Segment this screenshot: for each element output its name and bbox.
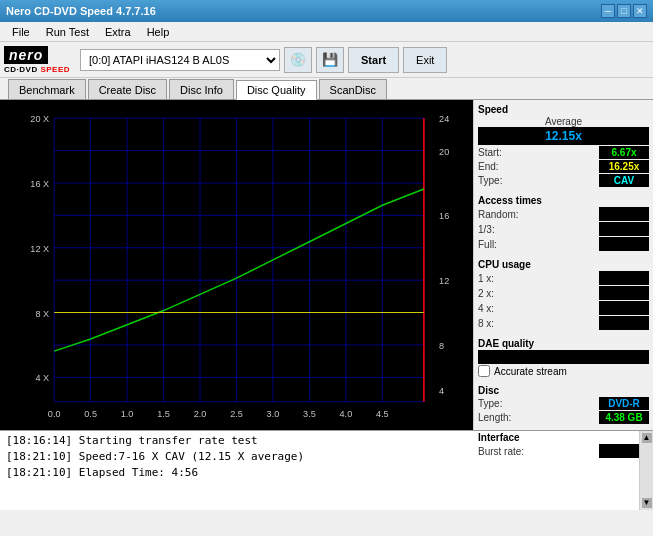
svg-text:3.0: 3.0 — [267, 409, 280, 419]
chart-svg: 20 X 16 X 12 X 8 X 4 X 24 20 16 12 8 4 0… — [8, 108, 465, 422]
scroll-down-button[interactable]: ▼ — [642, 498, 652, 508]
menu-extra[interactable]: Extra — [97, 24, 139, 40]
svg-text:8: 8 — [439, 341, 444, 351]
cpu-8x-value — [599, 316, 649, 330]
svg-text:4.5: 4.5 — [376, 409, 389, 419]
start-label: Start: — [478, 147, 502, 158]
disc-type-row: Type: DVD-R — [478, 397, 649, 410]
menu-run-test[interactable]: Run Test — [38, 24, 97, 40]
average-label: Average — [478, 116, 649, 127]
cpu-1x-label: 1 x: — [478, 273, 494, 284]
log-entry-2: [18:21:10] Speed:7-16 X CAV (12.15 X ave… — [6, 449, 633, 465]
disc-length-row: Length: 4.38 GB — [478, 411, 649, 424]
maximize-button[interactable]: □ — [617, 4, 631, 18]
log-scrollbar[interactable]: ▲ ▼ — [639, 431, 653, 510]
svg-text:0.5: 0.5 — [84, 409, 97, 419]
window-controls: ─ □ ✕ — [601, 4, 647, 18]
cdspeed-logo: CD·DVD SPEED — [4, 65, 70, 74]
disc-length-label: Length: — [478, 412, 511, 423]
cpu-2x-row: 2 x: — [478, 286, 649, 300]
svg-text:1.5: 1.5 — [157, 409, 170, 419]
svg-text:8 X: 8 X — [35, 309, 49, 319]
svg-text:1.0: 1.0 — [121, 409, 134, 419]
accurate-stream-checkbox[interactable] — [478, 365, 490, 377]
type-value: CAV — [599, 174, 649, 187]
tab-scandisc[interactable]: ScanDisc — [319, 79, 387, 99]
cpu-1x-row: 1 x: — [478, 271, 649, 285]
tab-create-disc[interactable]: Create Disc — [88, 79, 167, 99]
svg-text:2.0: 2.0 — [194, 409, 207, 419]
type-row: Type: CAV — [478, 174, 649, 187]
menu-file[interactable]: File — [4, 24, 38, 40]
window-title: Nero CD-DVD Speed 4.7.7.16 — [6, 5, 156, 17]
main-content: 20 X 16 X 12 X 8 X 4 X 24 20 16 12 8 4 0… — [0, 100, 653, 430]
svg-text:12 X: 12 X — [30, 244, 49, 254]
tab-disc-quality[interactable]: Disc Quality — [236, 80, 317, 100]
minimize-button[interactable]: ─ — [601, 4, 615, 18]
tab-disc-info[interactable]: Disc Info — [169, 79, 234, 99]
cpu-section: CPU usage 1 x: 2 x: 4 x: 8 x: — [478, 259, 649, 330]
start-button[interactable]: Start — [348, 47, 399, 73]
tab-bar: Benchmark Create Disc Disc Info Disc Qua… — [0, 78, 653, 100]
log-entry-1: [18:16:14] Starting transfer rate test — [6, 433, 633, 449]
access-title: Access times — [478, 195, 649, 206]
scroll-up-button[interactable]: ▲ — [642, 433, 652, 443]
svg-text:4: 4 — [439, 386, 444, 396]
full-row: Full: — [478, 237, 649, 251]
full-label: Full: — [478, 239, 497, 250]
random-value — [599, 207, 649, 221]
end-row: End: 16.25x — [478, 160, 649, 173]
random-row: Random: — [478, 207, 649, 221]
right-panel: Speed Average 12.15x Start: 6.67x End: 1… — [473, 100, 653, 430]
cpu-4x-value — [599, 301, 649, 315]
menu-help[interactable]: Help — [139, 24, 178, 40]
access-section: Access times Random: 1/3: Full: — [478, 195, 649, 251]
cpu-4x-row: 4 x: — [478, 301, 649, 315]
logo: nero CD·DVD SPEED — [4, 46, 70, 74]
svg-text:24: 24 — [439, 114, 449, 124]
svg-text:4 X: 4 X — [35, 373, 49, 383]
type-label: Type: — [478, 175, 502, 186]
cpu-1x-value — [599, 271, 649, 285]
cd-icon-button[interactable]: 💿 — [284, 47, 312, 73]
dae-value — [478, 350, 649, 364]
cpu-4x-label: 4 x: — [478, 303, 494, 314]
dae-section: DAE quality Accurate stream — [478, 338, 649, 377]
exit-button[interactable]: Exit — [403, 47, 447, 73]
end-label: End: — [478, 161, 499, 172]
log-content: [18:16:14] Starting transfer rate test [… — [0, 431, 639, 510]
cpu-2x-value — [599, 286, 649, 300]
title-bar: Nero CD-DVD Speed 4.7.7.16 ─ □ ✕ — [0, 0, 653, 22]
average-value: 12.15x — [478, 127, 649, 145]
cpu-8x-row: 8 x: — [478, 316, 649, 330]
start-value: 6.67x — [599, 146, 649, 159]
svg-text:4.0: 4.0 — [340, 409, 353, 419]
svg-text:2.5: 2.5 — [230, 409, 243, 419]
random-label: Random: — [478, 209, 519, 220]
speed-title: Speed — [478, 104, 649, 115]
end-value: 16.25x — [599, 160, 649, 173]
log-area: [18:16:14] Starting transfer rate test [… — [0, 430, 653, 510]
disc-section: Disc Type: DVD-R Length: 4.38 GB — [478, 385, 649, 424]
cpu-8x-label: 8 x: — [478, 318, 494, 329]
tab-benchmark[interactable]: Benchmark — [8, 79, 86, 99]
onethird-label: 1/3: — [478, 224, 495, 235]
full-value — [599, 237, 649, 251]
drive-selector[interactable]: [0:0] ATAPI iHAS124 B AL0S — [80, 49, 280, 71]
svg-text:20: 20 — [439, 147, 449, 157]
disc-title: Disc — [478, 385, 649, 396]
cpu-title: CPU usage — [478, 259, 649, 270]
dae-title: DAE quality — [478, 338, 649, 349]
disc-type-value: DVD-R — [599, 397, 649, 410]
disc-type-label: Type: — [478, 398, 502, 409]
menu-bar: File Run Test Extra Help — [0, 22, 653, 42]
log-entry-3: [18:21:10] Elapsed Time: 4:56 — [6, 465, 633, 481]
toolbar: nero CD·DVD SPEED [0:0] ATAPI iHAS124 B … — [0, 42, 653, 78]
disc-length-value: 4.38 GB — [599, 411, 649, 424]
chart-area: 20 X 16 X 12 X 8 X 4 X 24 20 16 12 8 4 0… — [0, 100, 473, 430]
close-button[interactable]: ✕ — [633, 4, 647, 18]
onethird-value — [599, 222, 649, 236]
svg-text:3.5: 3.5 — [303, 409, 316, 419]
nero-logo: nero — [4, 46, 48, 64]
save-button[interactable]: 💾 — [316, 47, 344, 73]
